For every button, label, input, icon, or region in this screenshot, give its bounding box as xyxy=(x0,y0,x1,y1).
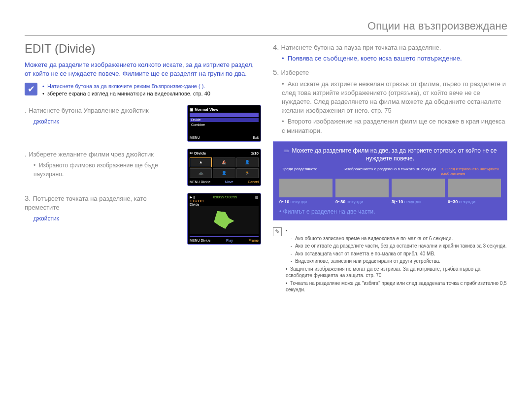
step-1-text: Натиснете бутона Управление джойстик xyxy=(29,107,148,114)
page-header: Опции на възпроизвеждане xyxy=(25,20,507,36)
clip-box-1 xyxy=(279,179,332,197)
example-head: ▭Можете да разделите филм на две, за да … xyxy=(279,147,501,163)
step-1-row: .Натиснете бутона Управление джойстик дж… xyxy=(25,105,261,142)
lcd-screen-2: ✂ Divide 1/10 ▲ ⛵ 👤 🚲 👤 🏃 MENU Divide Mo… xyxy=(187,149,261,186)
lcd-screen-3: ▶ ‖ 0:00:27/0:00:55 ▥ 100-0001 Divide ME… xyxy=(187,193,261,245)
thumb-1: ▲ xyxy=(190,157,212,167)
lcd2-scissors-icon: ✂ xyxy=(190,151,193,156)
step-2-text: Изберете желаните филми чрез джойстик xyxy=(29,151,154,158)
silhouette-icon xyxy=(213,210,235,230)
example-box: ▭Можете да разделите филм на две, за да … xyxy=(273,141,507,221)
page-title: EDIT (Divide) xyxy=(25,42,261,56)
lcd3-time: 0:00:27/0:00:55 xyxy=(213,195,237,199)
clip-box-4 xyxy=(448,179,501,197)
lcd3-frame: Frame xyxy=(249,239,259,242)
step-5-b2: • Второто изображение на разделения филм… xyxy=(282,117,507,135)
lcd3-label: Divide xyxy=(190,203,259,206)
lcd1-row-blank xyxy=(190,113,259,117)
lcd2-cancel: Cancel xyxy=(248,180,259,184)
step-3-text: Потърсете точката на разделяне, като пре… xyxy=(25,195,147,211)
lcd1-row-combine: Combine xyxy=(190,123,259,127)
step-1-num: . xyxy=(25,105,27,115)
step-5-num: 5. xyxy=(273,67,279,77)
clip-box-2 xyxy=(335,179,389,197)
step-4-text: Натиснете бутона за пауза при точката на… xyxy=(281,44,441,51)
lcd1-row-divide: Divide xyxy=(190,118,259,122)
film-icon: ▭ xyxy=(283,147,289,154)
lcd2-move: Move xyxy=(225,180,233,184)
step-3-num: 3. xyxy=(25,193,31,203)
step-5-b1: • Ако искате да изтриете нежелан отрязък… xyxy=(282,80,507,116)
lcd2-counter: 1/10 xyxy=(251,151,259,156)
notes-block: ✎ • - Ако общото записано време на видео… xyxy=(273,227,507,294)
step-4-sub: Появява се съобщение, което иска вашето … xyxy=(288,55,462,62)
step-1-extra: джойстик xyxy=(33,117,180,126)
step-5-text: Изберете xyxy=(281,69,309,76)
lcd3-play-icon: ▶ ‖ xyxy=(190,195,195,199)
step-3-row: 3.Потърсете точката на разделяне, като п… xyxy=(25,193,261,245)
prereq-bullet-1: • Натиснете бутона за да включите режим … xyxy=(42,83,210,90)
prereq-bullet-2: • зберете екрана с изглед на миниатюри н… xyxy=(42,90,210,97)
clip-box-3 xyxy=(392,179,445,197)
intro-text: Можете да разделите изображението колкот… xyxy=(25,61,261,78)
lcd3-clip: 100-0001 xyxy=(190,199,259,203)
step-2-num: . xyxy=(25,149,27,159)
thumb-4: 🚲 xyxy=(190,168,212,178)
step-3-extra: джойстик xyxy=(33,214,180,223)
thumb-2: ⛵ xyxy=(213,157,235,167)
thumb-6: 🏃 xyxy=(236,168,259,178)
lcd3-battery-icon: ▥ xyxy=(255,195,259,199)
left-column: EDIT (Divide) Можете да разделите изобра… xyxy=(25,42,261,294)
example-foot: • Филмът е разделен на две части. xyxy=(279,208,501,215)
lcd1-exit: Exit xyxy=(253,136,259,139)
thumb-3: 👤 xyxy=(236,157,259,167)
right-column: 4.Натиснете бутона за пауза при точката … xyxy=(273,42,507,294)
lcd3-play: Play xyxy=(226,239,233,242)
step-4-num: 4. xyxy=(273,42,279,52)
lcd1-play-icon: ▣ xyxy=(190,107,194,112)
thumb-5: 👤 xyxy=(213,168,235,178)
step-2-row: .Изберете желаните филми чрез джойстик •… xyxy=(25,149,261,186)
step-2-sub: • Избраното филмово изображение ще бъде … xyxy=(33,161,180,179)
lcd-screen-1: ▣ Normal View Divide Combine MENU Exit xyxy=(187,105,261,142)
lcd1-menu: MENU xyxy=(190,136,200,139)
pencil-icon: ✎ xyxy=(273,227,282,236)
prereq-block: ✔ • Натиснете бутона за да включите режи… xyxy=(25,83,261,98)
check-icon: ✔ xyxy=(25,83,37,95)
